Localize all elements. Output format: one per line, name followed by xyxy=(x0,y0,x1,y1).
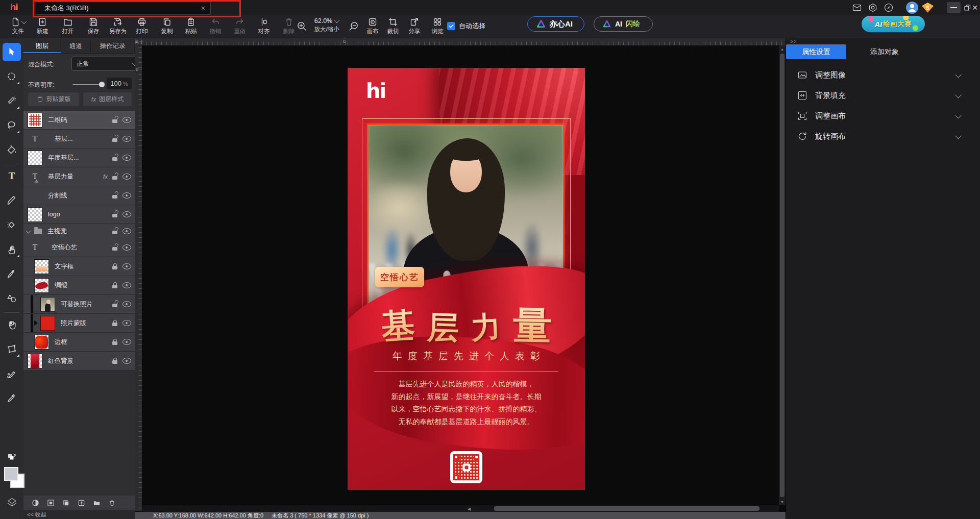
layer-row-ketihuanzhaopian[interactable]: 可替换照片 xyxy=(23,295,135,314)
visibility-eye-icon[interactable] xyxy=(122,282,131,288)
lock-closed-icon[interactable] xyxy=(112,282,118,288)
panel-item-adjust-image[interactable]: 调整图像 xyxy=(797,65,963,85)
lock-open-icon[interactable] xyxy=(112,117,118,123)
tab-add-object[interactable]: 添加对象 xyxy=(846,44,923,59)
mask-icon[interactable] xyxy=(47,499,55,507)
new-button[interactable]: 新建 xyxy=(30,17,55,35)
tool-eraser[interactable] xyxy=(3,216,21,234)
add-layer-icon[interactable] xyxy=(78,499,85,507)
visibility-eye-icon[interactable] xyxy=(122,228,131,234)
visibility-eye-icon[interactable] xyxy=(122,320,131,326)
copy-button[interactable]: 复制 xyxy=(155,17,179,35)
vertical-scrollbar-thumb[interactable] xyxy=(780,54,785,497)
settings-gear-icon[interactable] xyxy=(867,2,878,13)
ai-flash-draw-button[interactable]: AI 闪绘 xyxy=(594,16,653,32)
tool-lasso[interactable] xyxy=(3,116,21,135)
crop-button[interactable]: 裁切 xyxy=(381,17,405,35)
visibility-eye-icon[interactable] xyxy=(122,339,131,345)
layer-row-jiceng-liliang[interactable]: T⚠ 基层力量 fx xyxy=(23,167,135,186)
open-button[interactable]: 打开 xyxy=(56,17,80,35)
visibility-eye-icon[interactable] xyxy=(122,117,131,123)
lock-open-icon[interactable] xyxy=(112,174,118,180)
yixin-ai-button[interactable]: 亦心AI xyxy=(527,16,584,32)
lock-open-icon[interactable] xyxy=(112,211,118,217)
share-button[interactable]: 分享 xyxy=(402,17,427,35)
tool-magic-wand[interactable] xyxy=(3,92,21,110)
layer-style-button[interactable]: fx 图层样式 xyxy=(83,92,132,106)
print-button[interactable]: 打印 xyxy=(130,17,154,35)
group-expand-caret-icon[interactable] xyxy=(26,228,31,233)
panel-item-rotate-canvas[interactable]: 旋转画布 xyxy=(797,126,963,146)
layer-row-hongsebeijing[interactable]: 红色背景 xyxy=(23,352,135,370)
tool-paint-bucket[interactable] xyxy=(3,141,21,159)
opacity-slider-knob[interactable] xyxy=(99,82,105,87)
lock-closed-icon[interactable] xyxy=(112,263,118,269)
tool-brush[interactable] xyxy=(3,191,21,210)
file-menu-button[interactable]: 文件 xyxy=(6,17,30,35)
tool-paint-mixer[interactable] xyxy=(3,364,21,383)
vertical-scrollbar[interactable]: ▲ ▼ xyxy=(779,45,786,505)
layer-row-fengexian[interactable]: 分割线 xyxy=(23,186,135,205)
visibility-eye-icon[interactable] xyxy=(122,174,131,180)
panel-item-background-fill[interactable]: 背景填充 xyxy=(797,85,963,106)
align-button[interactable]: 对齐 xyxy=(252,17,276,35)
swap-colors-icon[interactable] xyxy=(7,453,17,464)
new-group-folder-icon[interactable] xyxy=(93,499,101,507)
visibility-eye-icon[interactable] xyxy=(122,192,131,199)
visibility-eye-icon[interactable] xyxy=(122,155,131,161)
layer-row-niandu[interactable]: 年度基层... xyxy=(23,149,135,167)
lock-closed-icon[interactable] xyxy=(112,358,118,364)
layers-stack-icon[interactable] xyxy=(6,497,18,510)
save-as-button[interactable]: 另存为 xyxy=(105,17,131,35)
horizontal-scrollbar[interactable]: ◀ xyxy=(142,505,779,512)
delete-layer-icon[interactable] xyxy=(108,499,116,507)
ai-painting-contest-badge[interactable]: AI 绘画大赛 xyxy=(862,16,925,32)
layer-group-zhushijue[interactable]: 主视觉 xyxy=(23,224,135,239)
panel-item-adjust-canvas[interactable]: 调整画布 xyxy=(797,106,963,126)
save-button[interactable]: 保存 xyxy=(81,17,106,35)
visibility-eye-icon[interactable] xyxy=(122,263,131,269)
tab-history[interactable]: 操作记录 xyxy=(91,39,135,53)
tool-hand[interactable] xyxy=(3,315,21,334)
compass-icon[interactable] xyxy=(883,2,894,13)
layer-row-text-jiceng[interactable]: T 基层... xyxy=(23,130,135,149)
mail-icon[interactable] xyxy=(851,2,863,13)
layer-row-biankuang[interactable]: 边框 xyxy=(23,333,135,352)
user-avatar[interactable] xyxy=(906,2,918,14)
tool-smudge-finger[interactable] xyxy=(3,240,21,259)
panel-collapse-button[interactable]: >> xyxy=(790,39,797,44)
tool-eyedropper[interactable] xyxy=(3,389,21,407)
paste-button[interactable]: 粘贴 xyxy=(179,17,203,35)
browse-button[interactable]: 浏览 xyxy=(425,17,450,35)
window-minimize-button[interactable] xyxy=(947,2,961,13)
lock-open-icon[interactable] xyxy=(112,244,118,251)
lock-open-icon[interactable] xyxy=(112,192,118,199)
tool-select[interactable] xyxy=(3,43,21,61)
layer-row-zhaopianmengban[interactable]: 照片蒙版 xyxy=(23,314,135,333)
lock-open-icon[interactable] xyxy=(112,155,118,161)
tab-close-icon[interactable]: × xyxy=(201,5,205,12)
tab-channels[interactable]: 通道 xyxy=(61,39,90,53)
poster-document[interactable]: hi 空悟心艺 基层力量 年度基层先进个人表彰 基层先进个人是民族的精英，人民的… xyxy=(348,68,585,490)
visibility-eye-icon[interactable] xyxy=(122,301,131,307)
zoom-level-control[interactable]: 62.0% 放大/缩小 xyxy=(307,17,347,33)
undo-button[interactable]: 撤销 xyxy=(203,17,228,35)
vip-gem-icon[interactable]: S xyxy=(922,3,934,13)
redo-button[interactable]: 重做 xyxy=(228,17,252,35)
visibility-eye-icon[interactable] xyxy=(122,136,131,142)
clip-mask-button[interactable]: 剪贴蒙版 xyxy=(28,92,79,106)
opacity-slider[interactable] xyxy=(72,84,102,85)
tool-pen[interactable] xyxy=(3,265,21,283)
tab-property-settings[interactable]: 属性设置 xyxy=(786,44,846,59)
layer-row-chouduan[interactable]: 绸缎 xyxy=(23,276,135,295)
tool-transform[interactable] xyxy=(3,340,21,358)
window-close-button[interactable]: ✕ xyxy=(970,2,980,13)
layer-row-logo[interactable]: logo xyxy=(23,205,135,224)
zoom-out-icon[interactable] xyxy=(348,20,359,33)
layer-row-kongwuxinyi[interactable]: T 空悟心艺 xyxy=(23,238,135,257)
layer-row-wenzikuang[interactable]: 文字框 xyxy=(23,257,135,276)
lock-open-icon[interactable] xyxy=(112,136,118,142)
lock-open-icon[interactable] xyxy=(112,301,118,307)
visibility-eye-icon[interactable] xyxy=(122,244,131,251)
foreground-color-swatch[interactable] xyxy=(4,467,18,481)
